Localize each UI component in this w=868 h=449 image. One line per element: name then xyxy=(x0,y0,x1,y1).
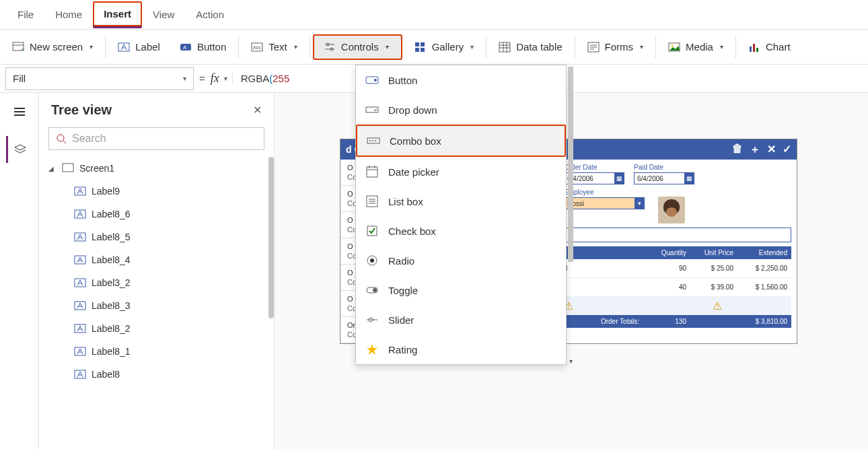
menu-action[interactable]: Action xyxy=(185,2,235,27)
svg-rect-28 xyxy=(753,44,755,52)
hamburger-icon[interactable] xyxy=(6,98,33,125)
svg-point-26 xyxy=(672,44,674,46)
menu-bar: File Home Insert View Action xyxy=(0,0,868,30)
dropdown-item-datepicker[interactable]: Date picker xyxy=(356,157,566,186)
controls-button[interactable]: Controls ▾ xyxy=(313,34,402,60)
formula-input[interactable]: RGBA(255 xyxy=(232,73,290,85)
radio-icon xyxy=(365,254,379,267)
label-icon xyxy=(74,231,86,243)
search-icon xyxy=(56,133,67,144)
dropdown-item-dropdown[interactable]: Drop down xyxy=(356,95,566,125)
tree-node[interactable]: Label8_2 xyxy=(39,317,274,340)
menu-insert[interactable]: Insert xyxy=(93,1,142,28)
avatar xyxy=(658,197,685,223)
chevron-down-icon: ▾ xyxy=(640,43,643,50)
chart-button[interactable]: Chart xyxy=(739,36,801,59)
label-icon xyxy=(74,254,86,266)
dropdown[interactable]: Rossi▾ xyxy=(564,197,645,209)
svg-rect-14 xyxy=(415,48,419,52)
svg-rect-29 xyxy=(756,48,758,52)
scroll-down-icon[interactable]: ▾ xyxy=(566,357,575,367)
media-button[interactable]: Media ▾ xyxy=(659,36,736,59)
data-table-button[interactable]: Data table xyxy=(489,36,575,59)
svg-rect-52 xyxy=(367,167,377,177)
svg-point-62 xyxy=(370,258,374,263)
fx-label[interactable]: fx ▾ xyxy=(211,71,227,85)
dropdown-item-radio[interactable]: Radio xyxy=(356,246,566,275)
layers-icon[interactable] xyxy=(6,136,33,163)
node-label: Label8_4 xyxy=(92,254,131,265)
dropdown-scrollbar[interactable]: ▴ ▾ xyxy=(566,67,575,366)
text-icon: Abc xyxy=(251,41,263,53)
node-label: Label8_2 xyxy=(92,323,131,334)
tree-title: Tree view xyxy=(51,102,112,118)
expander-icon[interactable]: ◢ xyxy=(48,165,57,172)
menu-home[interactable]: Home xyxy=(44,2,93,27)
tree-node[interactable]: Label8_4 xyxy=(39,248,274,271)
left-rail xyxy=(0,93,39,449)
svg-rect-13 xyxy=(421,42,425,46)
dropdown-item-checkbox[interactable]: Check box xyxy=(356,216,566,246)
forms-button[interactable]: Forms ▾ xyxy=(578,36,657,59)
scrollbar-thumb[interactable] xyxy=(568,67,573,262)
tree-node[interactable]: Label8_3 xyxy=(39,294,274,317)
dropdown-item-slider[interactable]: Slider xyxy=(356,305,566,335)
tree-node[interactable]: Label8_5 xyxy=(39,226,274,248)
node-label: Label8_6 xyxy=(92,209,131,219)
dropdown-item-combobox[interactable]: Combo box xyxy=(356,125,566,157)
screen-icon xyxy=(62,162,74,174)
formula-fn: RGBA xyxy=(241,73,270,84)
date-input[interactable]: 6/4/2006▦ xyxy=(634,172,694,184)
label-icon xyxy=(74,322,86,335)
label-button[interactable]: Label xyxy=(108,36,170,59)
close-icon[interactable]: ✕ xyxy=(253,104,262,116)
svg-point-46 xyxy=(374,79,377,81)
menu-file[interactable]: File xyxy=(7,2,44,27)
dropdown-item-toggle[interactable]: Toggle xyxy=(356,275,566,305)
button-icon: A xyxy=(180,41,192,53)
dropdown-item-listbox[interactable]: List box xyxy=(356,186,566,216)
property-name: Fill xyxy=(13,73,26,84)
star-icon xyxy=(365,343,379,356)
plus-icon[interactable]: ＋ xyxy=(750,143,760,157)
node-label: Label8_5 xyxy=(92,232,131,242)
svg-point-64 xyxy=(373,288,377,292)
label-icon xyxy=(118,41,130,53)
scrollbar-thumb[interactable] xyxy=(268,157,274,318)
check-icon[interactable]: ✓ xyxy=(783,143,791,157)
calendar-icon: ▦ xyxy=(684,173,694,184)
gallery-button[interactable]: Gallery ▾ xyxy=(405,36,487,59)
node-label: Label9 xyxy=(92,186,120,197)
gallery-icon xyxy=(414,41,427,53)
label-icon xyxy=(74,300,86,312)
ribbon-label: Controls xyxy=(341,41,379,53)
dropdown-item-rating[interactable]: Rating xyxy=(356,335,566,364)
data-table-icon xyxy=(499,41,511,53)
calendar-icon xyxy=(365,165,379,178)
tree-node[interactable]: Label8 xyxy=(39,363,274,386)
tree-node[interactable]: Label9 xyxy=(39,180,274,203)
node-label: Label8_3 xyxy=(92,300,131,311)
x-icon[interactable]: ✕ xyxy=(767,143,776,157)
search-input[interactable]: Search xyxy=(48,127,264,150)
chevron-down-icon: ▾ xyxy=(470,43,474,50)
button-button[interactable]: A Button xyxy=(170,36,239,59)
menu-view[interactable]: View xyxy=(142,2,185,27)
dropdown-icon xyxy=(365,103,379,116)
tree-node[interactable]: Label8_6 xyxy=(39,203,274,226)
label-icon xyxy=(74,368,86,380)
tree-node[interactable]: Label3_2 xyxy=(39,271,274,294)
tree-node[interactable]: Label8_1 xyxy=(39,340,274,363)
text-button[interactable]: Abc Text ▾ xyxy=(242,36,310,59)
new-screen-button[interactable]: + New screen ▾ xyxy=(3,36,106,59)
trash-icon[interactable]: 🗑 xyxy=(732,143,743,157)
button-icon xyxy=(365,73,379,87)
svg-rect-27 xyxy=(750,46,752,52)
svg-point-49 xyxy=(369,140,371,141)
dropdown-item-button[interactable]: Button xyxy=(356,65,566,95)
label-icon xyxy=(74,185,86,197)
property-selector[interactable]: Fill ▾ xyxy=(5,67,194,90)
tree-node-screen[interactable]: ◢ Screen1 xyxy=(39,157,274,180)
ribbon-label: Data table xyxy=(516,41,562,53)
slider-icon xyxy=(365,313,379,326)
